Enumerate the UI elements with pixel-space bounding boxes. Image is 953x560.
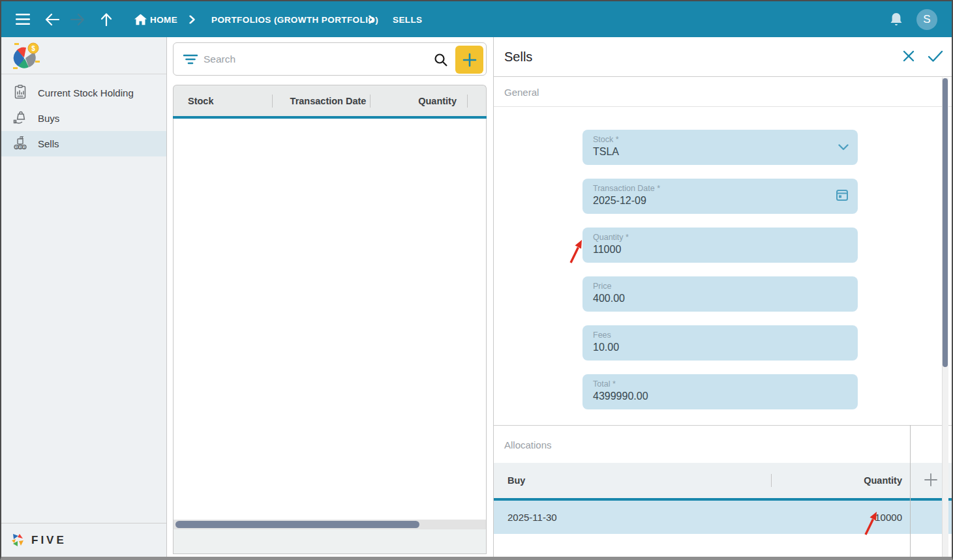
column-separator[interactable] bbox=[771, 474, 772, 487]
breadcrumb-portfolios[interactable]: PORTFOLIOS (GROWTH PORTFOLIO) bbox=[211, 14, 378, 24]
stock-field-label: Stock * bbox=[593, 135, 847, 144]
sidebar-item-label: Sells bbox=[38, 138, 59, 149]
five-wordmark: FIVE bbox=[31, 534, 67, 547]
app-window: HOME PORTFOLIOS (GROWTH PORTFOLIO) SELLS… bbox=[0, 0, 953, 560]
fees-field-value[interactable]: 10.00 bbox=[593, 342, 847, 353]
allocation-quantity[interactable]: 10000 bbox=[800, 501, 902, 534]
sidebar-item-sells[interactable]: $$$ Sells bbox=[1, 131, 166, 156]
general-section-label: General bbox=[504, 86, 539, 97]
svg-text:$: $ bbox=[19, 145, 21, 149]
five-pinwheel-icon bbox=[10, 533, 26, 548]
forward-button[interactable] bbox=[70, 14, 85, 25]
horizontal-scrollbar-thumb[interactable] bbox=[175, 521, 419, 528]
page-title: Sells bbox=[504, 50, 532, 65]
vertical-scrollbar-thumb[interactable] bbox=[943, 78, 948, 367]
add-record-button[interactable] bbox=[455, 46, 483, 74]
column-header-quantity[interactable]: Quantity bbox=[389, 85, 457, 117]
general-section-header: General bbox=[494, 77, 952, 107]
five-brand-footer: FIVE bbox=[1, 523, 166, 557]
search-bar bbox=[173, 42, 487, 76]
horizontal-scrollbar[interactable] bbox=[173, 520, 487, 529]
add-allocation-button[interactable] bbox=[924, 473, 938, 490]
allocations-table-header: Buy Quantity bbox=[494, 463, 952, 498]
total-field[interactable]: Total * 4399990.00 bbox=[582, 374, 858, 409]
allocations-section-label: Allocations bbox=[504, 439, 552, 450]
allocations-column-quantity[interactable]: Quantity bbox=[800, 463, 902, 498]
column-separator[interactable] bbox=[370, 95, 371, 108]
allocations-section-header: Allocations bbox=[494, 426, 952, 463]
app-logo: $ bbox=[1, 37, 166, 74]
column-header-stock[interactable]: Stock bbox=[188, 85, 214, 117]
total-field-label: Total * bbox=[593, 379, 847, 389]
avatar[interactable]: S bbox=[916, 9, 937, 30]
price-field-value[interactable]: 400.00 bbox=[593, 293, 847, 304]
chevron-down-icon[interactable] bbox=[838, 141, 849, 153]
sidebar-item-label: Buys bbox=[38, 113, 59, 124]
breadcrumb-chevron-icon bbox=[369, 15, 374, 23]
sidebar: $ Current Stock Holding Buys bbox=[1, 37, 167, 557]
price-field[interactable]: Price 400.00 bbox=[582, 276, 858, 312]
breadcrumb-home[interactable]: HOME bbox=[150, 14, 177, 24]
column-separator[interactable] bbox=[467, 95, 468, 108]
pie-chart-logo-icon: $ bbox=[11, 43, 40, 70]
sells-table: Stock Transaction Date Quantity bbox=[173, 85, 487, 554]
sells-table-body-empty bbox=[173, 119, 487, 520]
search-input[interactable] bbox=[204, 47, 399, 72]
column-header-transaction-date[interactable]: Transaction Date bbox=[286, 85, 371, 117]
fees-field-label: Fees bbox=[593, 331, 847, 340]
quantity-field[interactable]: Quantity * 11000 bbox=[582, 228, 858, 263]
allocations-column-divider bbox=[910, 425, 911, 557]
search-icon[interactable] bbox=[433, 52, 449, 70]
buys-hand-bag-icon bbox=[12, 110, 28, 128]
calendar-icon[interactable] bbox=[836, 188, 849, 204]
sells-list-panel: Stock Transaction Date Quantity bbox=[167, 37, 489, 557]
breadcrumb-chevron-icon bbox=[189, 15, 195, 23]
allocation-buy-date[interactable]: 2025-11-30 bbox=[507, 501, 557, 534]
cancel-button[interactable] bbox=[902, 50, 915, 65]
filter-icon[interactable] bbox=[183, 53, 198, 68]
home-icon[interactable] bbox=[134, 14, 147, 25]
total-field-value[interactable]: 4399990.00 bbox=[593, 391, 847, 402]
svg-text:$: $ bbox=[31, 45, 35, 52]
table-footer-strip bbox=[173, 529, 487, 554]
transaction-date-field[interactable]: Transaction Date * 2025-12-09 bbox=[582, 179, 858, 214]
quantity-field-label: Quantity * bbox=[593, 233, 847, 242]
detail-header: Sells bbox=[494, 37, 952, 77]
fees-field[interactable]: Fees 10.00 bbox=[582, 325, 858, 361]
sidebar-nav: Current Stock Holding Buys $$$ Sells bbox=[1, 74, 166, 156]
svg-text:$: $ bbox=[15, 145, 17, 149]
column-separator[interactable] bbox=[272, 95, 273, 108]
sells-table-header: Stock Transaction Date Quantity bbox=[173, 85, 487, 116]
sells-money-icon: $$$ bbox=[12, 135, 28, 153]
stock-field[interactable]: Stock * TSLA bbox=[582, 130, 858, 165]
quantity-field-value[interactable]: 11000 bbox=[593, 244, 847, 256]
stock-holding-report-icon bbox=[12, 84, 28, 102]
transaction-date-field-label: Transaction Date * bbox=[593, 184, 847, 193]
sells-detail-panel: Sells General Stock * TSLA Transaction D… bbox=[493, 37, 952, 557]
breadcrumb-sells: SELLS bbox=[393, 14, 423, 24]
stock-field-value[interactable]: TSLA bbox=[593, 146, 847, 158]
up-button[interactable] bbox=[100, 13, 112, 26]
svg-text:$: $ bbox=[23, 145, 25, 149]
topbar: HOME PORTFOLIOS (GROWTH PORTFOLIO) SELLS… bbox=[1, 1, 952, 37]
notifications-bell-icon[interactable] bbox=[890, 12, 903, 27]
sidebar-item-buys[interactable]: Buys bbox=[1, 106, 166, 131]
sidebar-item-current-stock-holding[interactable]: Current Stock Holding bbox=[1, 80, 166, 106]
general-form: Stock * TSLA Transaction Date * 2025-12-… bbox=[494, 130, 952, 409]
allocation-row-selected[interactable]: 2025-11-30 10000 bbox=[494, 501, 952, 534]
allocations-column-buy[interactable]: Buy bbox=[507, 463, 525, 498]
back-button[interactable] bbox=[45, 14, 59, 25]
save-button[interactable] bbox=[928, 50, 943, 65]
hamburger-menu-icon[interactable] bbox=[16, 14, 30, 25]
sidebar-item-label: Current Stock Holding bbox=[38, 87, 134, 98]
price-field-label: Price bbox=[593, 282, 847, 291]
transaction-date-field-value[interactable]: 2025-12-09 bbox=[593, 195, 847, 207]
